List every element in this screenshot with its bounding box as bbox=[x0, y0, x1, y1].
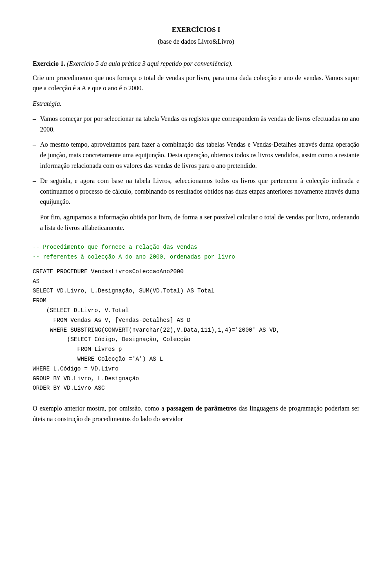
exercise-heading: Exercício 1. (Exercício 5 da aula prátic… bbox=[33, 59, 359, 69]
bullet-text-3: De seguida, e agora com base na tabela L… bbox=[40, 176, 359, 207]
code-line-7: (SELECT Código, Designação, Colecção bbox=[33, 335, 359, 345]
code-line-5: FROM Vendas As V, [Vendas-Detalhes] AS D bbox=[33, 316, 359, 326]
exercise-number: Exercício 1. bbox=[33, 60, 65, 67]
bullet-dash-1: – bbox=[33, 114, 36, 124]
code-line-1: AS bbox=[33, 277, 359, 287]
closing-paragraph: O exemplo anterior mostra, por omissão, … bbox=[33, 403, 359, 424]
bullet-dash-2: – bbox=[33, 139, 36, 150]
bullet-text-2: Ao mesmo tempo, aproveitamos para fazer … bbox=[40, 139, 359, 171]
code-line-0: CREATE PROCEDURE VendasLivrosColeccaoAno… bbox=[33, 267, 359, 277]
comment-line-2: -- referentes à colecção A do ano 2000, … bbox=[33, 252, 359, 262]
comment-line-1: -- Procedimento que fornece a relação da… bbox=[33, 243, 359, 252]
closing-bold-text: passagem de parâmetros bbox=[167, 405, 236, 412]
bullet-dash-3: – bbox=[33, 176, 36, 186]
list-item: – Por fim, agrupamos a informação obtida… bbox=[33, 212, 359, 233]
exercise-italic: (Exercício 5 da aula prática 3 aqui repe… bbox=[67, 60, 233, 67]
sql-comments: -- Procedimento que fornece a relação da… bbox=[33, 243, 359, 262]
bullet-dash-4: – bbox=[33, 212, 36, 223]
code-line-4: (SELECT D.Livro, V.Total bbox=[33, 306, 359, 316]
closing-text-part1: O exemplo anterior mostra, por omissão, … bbox=[33, 405, 167, 412]
code-line-8: FROM Livros p bbox=[33, 345, 359, 355]
sql-code-block: CREATE PROCEDURE VendasLivrosColeccaoAno… bbox=[33, 267, 359, 393]
exercise-intro: Crie um procedimento que nos forneça o t… bbox=[33, 73, 359, 94]
bullet-text-1: Vamos começar por por seleccionar na tab… bbox=[40, 114, 359, 134]
code-line-12: ORDER BY VD.Livro ASC bbox=[33, 384, 359, 393]
page-subtitle: (base de dados Livro&Livro) bbox=[33, 37, 359, 47]
code-line-9: WHERE Colecção ='A') AS L bbox=[33, 355, 359, 364]
list-item: – Vamos começar por por seleccionar na t… bbox=[33, 114, 359, 134]
page-title: EXERCÍCIOS I bbox=[33, 25, 359, 35]
code-line-10: WHERE L.Código = VD.Livro bbox=[33, 364, 359, 374]
list-item: – De seguida, e agora com base na tabela… bbox=[33, 176, 359, 207]
strategy-bullets: – Vamos começar por por seleccionar na t… bbox=[33, 114, 359, 233]
list-item: – Ao mesmo tempo, aproveitamos para faze… bbox=[33, 139, 359, 171]
code-line-2: SELECT VD.Livro, L.Designação, SUM(VD.To… bbox=[33, 286, 359, 296]
code-line-3: FROM bbox=[33, 296, 359, 306]
bullet-text-4: Por fim, agrupamos a informação obtida p… bbox=[40, 212, 359, 233]
code-line-6: WHERE SUBSTRING(CONVERT(nvarchar(22),V.D… bbox=[33, 326, 359, 335]
code-line-11: GROUP BY VD.Livro, L.Designação bbox=[33, 374, 359, 384]
strategy-label: Estratégia. bbox=[33, 98, 359, 109]
